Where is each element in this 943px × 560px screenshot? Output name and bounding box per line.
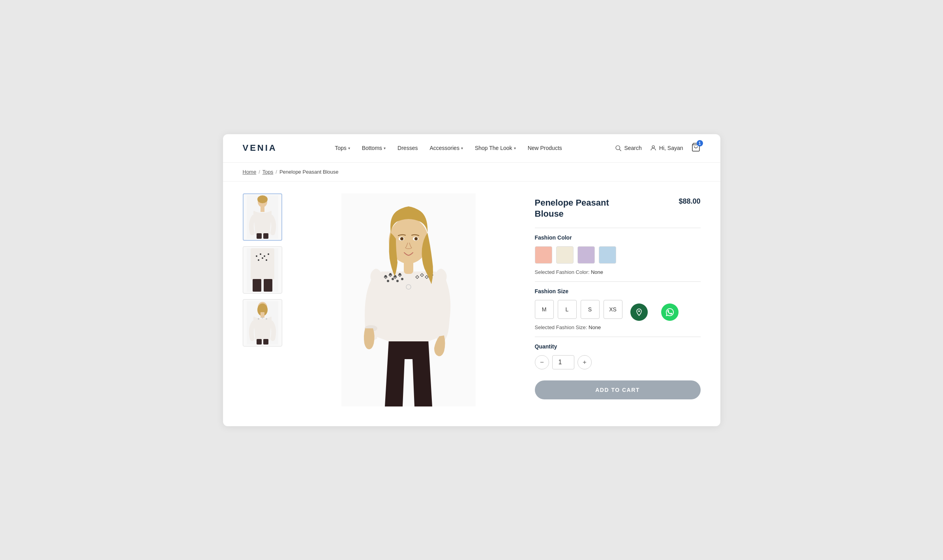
page-container: VENIA Tops ▾ Bottoms ▾ Dresses Accessori…: [223, 134, 720, 426]
quantity-control: [535, 355, 701, 369]
whatsapp-icon: [665, 307, 675, 317]
color-section-label: Fashion Color: [535, 234, 701, 241]
nav-dresses[interactable]: Dresses: [393, 142, 422, 154]
svg-rect-19: [253, 279, 261, 292]
quantity-decrease-button[interactable]: [535, 355, 549, 369]
quantity-label: Quantity: [535, 343, 701, 350]
svg-rect-24: [261, 312, 264, 318]
svg-point-16: [258, 259, 259, 261]
svg-point-2: [652, 146, 654, 148]
color-swatch-cream[interactable]: [556, 246, 574, 264]
breadcrumb-separator: /: [259, 169, 260, 175]
svg-rect-28: [257, 339, 262, 345]
cart-button[interactable]: 1: [691, 142, 701, 154]
header-actions: Search Hi, Sayan 1: [615, 142, 700, 154]
color-swatch-light-blue[interactable]: [599, 246, 616, 264]
svg-point-55: [400, 237, 403, 240]
size-L-button[interactable]: L: [558, 300, 577, 319]
chevron-down-icon: ▾: [461, 146, 463, 150]
color-swatches: [535, 246, 701, 264]
product-title-row: Penelope Peasant Blouse $88.00: [535, 197, 701, 220]
size-section: Fashion Size M L S XS: [535, 288, 701, 330]
quantity-section: Quantity: [535, 343, 701, 369]
svg-point-13: [260, 253, 261, 255]
location-pin-icon: [635, 308, 643, 316]
chevron-down-icon: ▾: [514, 146, 516, 150]
main-nav: Tops ▾ Bottoms ▾ Dresses Accessories ▾ S…: [282, 142, 615, 154]
selected-size-row: Selected Fashion Size: None: [535, 324, 701, 330]
svg-point-18: [266, 259, 267, 261]
user-account-button[interactable]: Hi, Sayan: [650, 144, 683, 152]
whatsapp-button[interactable]: [661, 303, 679, 321]
breadcrumb: Home / Tops / Penelope Peasant Blouse: [223, 163, 720, 182]
user-icon: [650, 144, 657, 152]
svg-point-25: [258, 318, 259, 320]
size-options: M L S XS: [535, 300, 622, 319]
divider-3: [535, 337, 701, 337]
header: VENIA Tops ▾ Bottoms ▾ Dresses Accessori…: [223, 134, 720, 163]
svg-rect-20: [264, 279, 272, 292]
svg-point-6: [257, 195, 268, 203]
svg-point-12: [256, 255, 257, 257]
breadcrumb-separator: /: [276, 169, 277, 175]
svg-rect-7: [261, 206, 264, 212]
nav-bottoms[interactable]: Bottoms ▾: [357, 142, 390, 154]
thumb-image-3: [247, 301, 278, 345]
breadcrumb-category[interactable]: Tops: [262, 169, 273, 175]
svg-point-57: [638, 310, 639, 312]
search-icon: [615, 144, 622, 152]
svg-rect-9: [263, 233, 268, 239]
thumbnail-2[interactable]: [243, 246, 282, 294]
selected-size-value: None: [589, 324, 601, 330]
svg-point-56: [414, 237, 418, 240]
main-content: Penelope Peasant Blouse $88.00 Fashion C…: [223, 182, 720, 426]
svg-line-1: [620, 149, 621, 151]
nav-accessories[interactable]: Accessories ▾: [425, 142, 467, 154]
svg-rect-8: [257, 233, 262, 239]
main-product-image-area: [298, 193, 519, 406]
add-to-cart-button[interactable]: ADD TO CART: [535, 380, 701, 399]
color-section: Fashion Color Selected Fashion Color: No…: [535, 234, 701, 275]
cart-count-badge: 1: [697, 140, 703, 146]
size-M-button[interactable]: M: [535, 300, 554, 319]
color-swatch-lavender[interactable]: [577, 246, 595, 264]
quantity-increase-button[interactable]: [577, 355, 592, 369]
product-details-panel: Penelope Peasant Blouse $88.00 Fashion C…: [535, 193, 701, 406]
location-pin-button[interactable]: [630, 303, 648, 321]
thumbnail-1[interactable]: [243, 193, 282, 241]
divider-2: [535, 281, 701, 282]
thumb-image-2: [247, 248, 278, 292]
selected-color-value: None: [591, 269, 603, 275]
svg-point-36: [387, 280, 389, 282]
svg-point-39: [401, 278, 403, 280]
nav-new-products[interactable]: New Products: [523, 142, 567, 154]
svg-point-0: [616, 146, 620, 150]
svg-point-38: [396, 280, 399, 282]
size-section-label: Fashion Size: [535, 288, 701, 294]
breadcrumb-home[interactable]: Home: [243, 169, 257, 175]
quantity-input[interactable]: [552, 355, 574, 369]
product-title: Penelope Peasant Blouse: [535, 197, 637, 220]
svg-point-14: [264, 255, 265, 257]
chevron-down-icon: ▾: [348, 146, 350, 150]
plus-icon: [582, 360, 587, 365]
chevron-down-icon: ▾: [384, 146, 386, 150]
brand-logo[interactable]: VENIA: [243, 143, 282, 153]
svg-point-27: [266, 318, 267, 320]
size-S-button[interactable]: S: [581, 300, 600, 319]
svg-point-26: [262, 317, 263, 318]
breadcrumb-current-page: Penelope Peasant Blouse: [279, 169, 339, 175]
divider-1: [535, 228, 701, 228]
size-XS-button[interactable]: XS: [604, 300, 622, 319]
color-swatch-peach[interactable]: [535, 246, 552, 264]
thumb-image-1: [247, 195, 278, 239]
search-button[interactable]: Search: [615, 144, 641, 152]
thumbnail-3[interactable]: [243, 299, 282, 346]
svg-point-15: [268, 253, 269, 255]
nav-shop-the-look[interactable]: Shop The Look ▾: [470, 142, 521, 154]
svg-point-37: [392, 278, 394, 280]
size-row: M L S XS: [535, 300, 701, 324]
selected-color-row: Selected Fashion Color: None: [535, 269, 701, 275]
product-thumbnails: [243, 193, 282, 406]
nav-tops[interactable]: Tops ▾: [330, 142, 355, 154]
